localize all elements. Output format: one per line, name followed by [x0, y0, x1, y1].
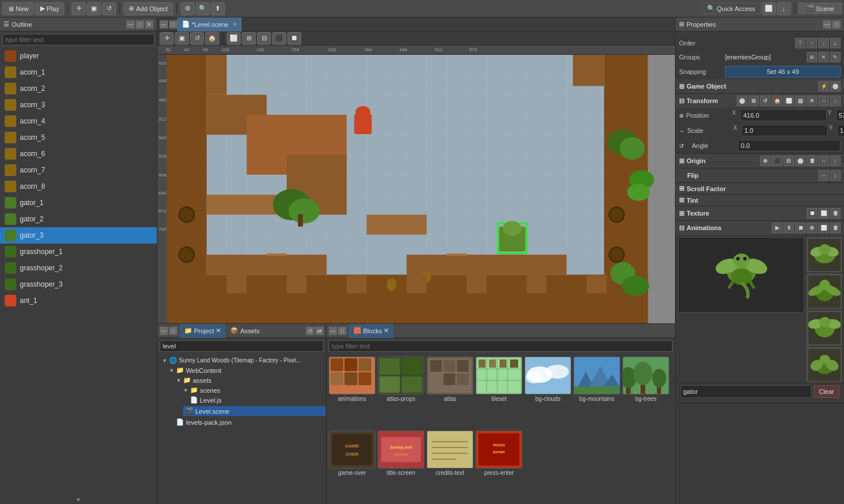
origin-icon-6[interactable]: ↔	[818, 156, 829, 166]
block-animations[interactable]: animations	[329, 357, 375, 428]
outline-item-gator3[interactable]: gator_3	[0, 227, 157, 244]
outline-item-ant1[interactable]: ant_1	[0, 292, 157, 309]
anim-thumb-1[interactable]	[807, 237, 842, 272]
block-atlas-props[interactable]: atlas-props	[378, 357, 424, 428]
play-button[interactable]: ▶ Play	[35, 2, 64, 15]
tree-scenes[interactable]: ▼ 📁 scenes	[157, 385, 326, 395]
outline-item-grasshop3[interactable]: grasshoper_3	[0, 276, 157, 292]
flip-h-icon[interactable]: ↔	[818, 170, 829, 181]
props-minimize[interactable]: —	[823, 20, 831, 29]
anim-pause-icon[interactable]: ⏸	[783, 223, 794, 233]
outline-item-acorn4[interactable]: acorn_4	[0, 113, 157, 129]
outline-item-grasshop1[interactable]: grasshoper_1	[0, 244, 157, 260]
block-title-screen[interactable]: SunnyLand WOODS title-screen	[378, 431, 424, 502]
transform-header[interactable]: ⊟ Transform ⬤ ⊞ ↺ 🏠 ⬜ ▤ ✕ ↔ ↕	[676, 94, 844, 108]
position-x-input[interactable]	[740, 110, 827, 121]
position-y-input[interactable]	[836, 110, 844, 121]
anim-edit-icon[interactable]: ⬜	[818, 223, 829, 233]
scene-ctrl-4[interactable]: 🏠	[205, 32, 219, 45]
transform-icon-1[interactable]: ⬤	[737, 96, 747, 106]
tree-leveljs[interactable]: 📄 Level.js	[157, 395, 326, 405]
block-atlas[interactable]: atlas	[427, 357, 473, 428]
block-bg-mountains[interactable]: bg-mountains	[574, 357, 620, 428]
origin-icon-5[interactable]: 🗑	[807, 156, 817, 166]
scale-y-input[interactable]	[837, 125, 844, 136]
tree-levelscene[interactable]: 🎬 Level.scene	[183, 406, 326, 416]
block-game-over[interactable]: GAME OVER game-over	[329, 431, 375, 502]
scene-ctrl-2[interactable]: ▣	[175, 32, 189, 45]
scene-ctrl-9[interactable]: 🔲	[287, 32, 301, 45]
texture-header[interactable]: ⊞ Texture 🔲 ⬜ 🗑	[676, 206, 844, 220]
project-filter[interactable]	[160, 340, 323, 352]
scene-tab-level[interactable]: 📄 *Level.scene ✕	[177, 17, 242, 31]
transform-icon-9[interactable]: ↕	[830, 96, 841, 106]
origin-icon-7[interactable]: ↕	[830, 156, 841, 166]
order-icon-1[interactable]: ⊤	[795, 38, 806, 48]
block-tileset[interactable]: tileset	[476, 357, 522, 428]
scene-canvas[interactable]: 32 64 96 128 192 256 320 384 448 512 573	[157, 45, 675, 323]
blocks-minimize[interactable]: —	[329, 327, 337, 335]
outline-filter[interactable]	[2, 34, 154, 45]
props-maximize[interactable]: □	[832, 20, 841, 29]
blocks-maximize[interactable]: □	[338, 327, 346, 335]
tree-root[interactable]: ▼ 🌐 Sunny Land Woods (Tilemap - Factory …	[157, 355, 326, 365]
outline-item-acorn2[interactable]: acorn_2	[0, 80, 157, 97]
outline-maximize[interactable]: □	[136, 20, 144, 29]
outline-item-acorn6[interactable]: acorn_6	[0, 146, 157, 162]
order-icon-4[interactable]: ⊥	[830, 38, 841, 48]
scene-ctrl-5[interactable]: ⬜	[227, 32, 241, 45]
scene-button[interactable]: 🎬 Scene	[799, 3, 842, 14]
outline-item-acorn5[interactable]: acorn_5	[0, 129, 157, 146]
outline-item-player[interactable]: player	[0, 48, 157, 64]
scene-ctrl-1[interactable]: ✛	[160, 32, 174, 45]
tree-assets[interactable]: ▼ 📁 assets	[157, 375, 326, 385]
block-bg-trees[interactable]: bg-trees	[623, 357, 669, 428]
outline-minimize[interactable]: —	[126, 20, 135, 29]
anim-add-icon[interactable]: ⊕	[807, 223, 817, 233]
origin-icon-4[interactable]: ⬤	[795, 156, 806, 166]
block-press-enter[interactable]: PRESS ENTER press-enter	[476, 431, 522, 502]
scene-ctrl-3[interactable]: ↺	[190, 32, 204, 45]
transform-icon-7[interactable]: ✕	[807, 96, 817, 106]
anim-thumb-4[interactable]	[807, 347, 842, 382]
scale-x-input[interactable]	[741, 125, 828, 136]
scene-panel-maximize[interactable]: □	[169, 20, 177, 29]
outline-item-grasshop2[interactable]: grasshoper_2	[0, 260, 157, 276]
outline-item-gator1[interactable]: gator_1	[0, 195, 157, 211]
tool-search[interactable]: 🔍	[196, 2, 210, 15]
project-tab[interactable]: 📁 Project ✕	[180, 324, 226, 338]
tool-refresh[interactable]: ↺	[102, 2, 116, 15]
animations-header[interactable]: ⊟ Animations ▶ ⏸ ⏹ ⊕ ⬜ 🗑	[676, 221, 844, 235]
groups-icon-2[interactable]: ✕	[818, 52, 829, 62]
anim-play-icon[interactable]: ▶	[772, 223, 782, 233]
tree-levelspack[interactable]: 📄 levels-pack.json	[157, 417, 326, 427]
assets-tab[interactable]: 📦 Assets	[226, 324, 264, 338]
outline-item-acorn1[interactable]: acorn_1	[0, 64, 157, 80]
tool-export[interactable]: ⬆	[211, 2, 225, 15]
transform-icon-5[interactable]: ⬜	[783, 96, 794, 106]
tint-header[interactable]: ⊞ Tint	[676, 195, 844, 206]
project-tab-close[interactable]: ✕	[216, 327, 221, 334]
tool-settings[interactable]: ⚙	[181, 2, 195, 15]
texture-icon-1[interactable]: 🔲	[807, 208, 817, 218]
outline-item-gator2[interactable]: gator_2	[0, 211, 157, 227]
quick-access-button[interactable]: 🔍 Quick Access	[702, 3, 761, 14]
origin-icon-1[interactable]: ⊕	[760, 156, 771, 166]
scene-ctrl-6[interactable]: ⊞	[242, 32, 256, 45]
scene-tab-close[interactable]: ✕	[233, 21, 237, 27]
project-refresh[interactable]: ↺	[306, 327, 314, 335]
transform-icon-6[interactable]: ▤	[795, 96, 806, 106]
animation-name-input[interactable]	[680, 385, 811, 398]
outline-item-acorn8[interactable]: acorn_8	[0, 178, 157, 195]
outline-scroll-down[interactable]: ▼	[0, 495, 157, 504]
game-object-header[interactable]: ⊞ Game Object ⚡ ⬤	[676, 79, 844, 93]
toolbar-more-2[interactable]: ↓	[777, 2, 791, 15]
anim-del-icon[interactable]: 🗑	[830, 223, 841, 233]
animation-clear-button[interactable]: Clear	[814, 385, 839, 398]
transform-icon-2[interactable]: ⊞	[748, 96, 759, 106]
block-bg-clouds[interactable]: bg-clouds	[525, 357, 571, 428]
outline-close[interactable]: ✕	[145, 20, 153, 29]
outline-item-acorn3[interactable]: acorn_3	[0, 97, 157, 113]
scroll-factor-header[interactable]: ⊞ Scroll Factor	[676, 183, 844, 194]
project-sync[interactable]: ⇄	[315, 327, 323, 335]
